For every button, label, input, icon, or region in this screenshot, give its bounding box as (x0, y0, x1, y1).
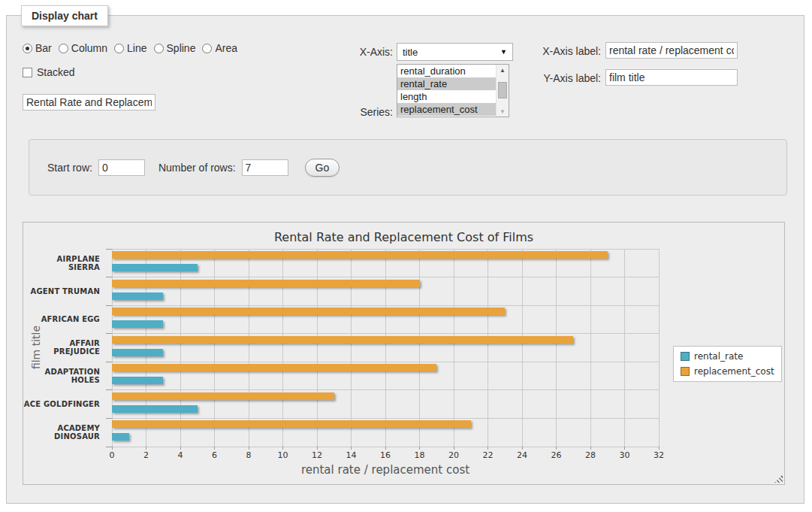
gridline (112, 418, 659, 419)
legend-item-rental_rate[interactable]: rental_rate (681, 351, 774, 362)
series-option-rental_rate[interactable]: rental_rate (397, 77, 496, 90)
bar-replacement_cost[interactable] (112, 420, 471, 428)
legend-label: replacement_cost (694, 366, 774, 377)
x-tick-label: 24 (507, 450, 537, 460)
x-tick-mark (317, 447, 318, 450)
panel-title: Display chart (21, 5, 108, 26)
legend-item-replacement_cost[interactable]: replacement_cost (681, 366, 774, 377)
x-tick-mark (488, 447, 488, 450)
go-button[interactable]: Go (305, 159, 340, 177)
gridline (112, 389, 659, 390)
series-scrollbar[interactable]: ▲ ▼ (496, 65, 509, 117)
series-option-length[interactable]: length (397, 90, 496, 103)
x-tick-label: 14 (337, 450, 367, 460)
chart-legend: rental_ratereplacement_cost (673, 346, 782, 382)
category-label: ACADEMY DINOSAUR (23, 418, 100, 447)
stacked-checkbox[interactable] (23, 68, 32, 77)
y-tick-mark (106, 362, 112, 362)
chart-type-option-bar[interactable]: Bar (23, 42, 52, 54)
chart-type-option-area[interactable]: Area (202, 42, 237, 54)
y-tick-mark (106, 418, 112, 419)
x-axis-select[interactable]: title ▼ (397, 43, 513, 61)
legend-swatch (681, 352, 690, 361)
bar-rental_rate[interactable] (112, 264, 198, 271)
x-tick-mark (146, 447, 146, 450)
gridline (112, 249, 113, 447)
gridline (146, 249, 146, 447)
gridline (317, 249, 318, 447)
gridline (112, 249, 659, 250)
x-tick-mark (180, 447, 181, 450)
bar-replacement_cost[interactable] (112, 251, 608, 259)
x-tick-label: 30 (610, 450, 640, 460)
gridline (454, 249, 454, 447)
chart-type-option-column[interactable]: Column (59, 42, 107, 54)
legend-label: rental_rate (694, 351, 743, 362)
bar-rental_rate[interactable] (112, 433, 129, 441)
x-tick-label: 6 (200, 450, 230, 460)
series-listbox[interactable]: rental_durationrental_ratelengthreplacem… (397, 64, 509, 117)
x-axis-select-label: X-Axis: (321, 46, 393, 58)
bar-rental_rate[interactable] (112, 292, 163, 300)
x-tick-mark (590, 447, 591, 450)
series-options: rental_durationrental_ratelengthreplacem… (397, 65, 496, 117)
bar-rental_rate[interactable] (112, 349, 163, 356)
y-tick-mark (106, 277, 112, 277)
series-option-replacement_cost[interactable]: replacement_cost (397, 103, 496, 116)
gridline (419, 249, 420, 447)
x-tick-mark (454, 447, 454, 450)
category-label: AIRPLANE SIERRA (23, 249, 100, 277)
x-tick-label: 0 (97, 450, 127, 460)
bar-rental_rate[interactable] (112, 405, 198, 413)
x-axis-label-label: X-Axis label: (535, 45, 601, 57)
chart-type-option-line[interactable]: Line (114, 42, 146, 54)
x-tick-label: 20 (439, 450, 469, 460)
y-axis-label-input[interactable] (605, 69, 738, 86)
x-tick-mark (214, 447, 215, 450)
chart-title-input[interactable] (23, 94, 155, 111)
y-tick-mark (106, 333, 112, 334)
bar-rental_rate[interactable] (112, 377, 163, 384)
chart-type-option-spline[interactable]: Spline (154, 42, 196, 54)
chart-type-option-label: Bar (35, 42, 52, 54)
y-tick-mark (106, 447, 112, 447)
x-tick-mark (351, 447, 352, 450)
row-controls: Start row: Number of rows: Go (47, 159, 340, 177)
bar-replacement_cost[interactable] (112, 280, 420, 287)
resize-grip-icon[interactable] (774, 474, 783, 483)
x-tick-label: 12 (302, 450, 332, 460)
chart-type-option-label: Line (127, 42, 146, 54)
bar-rental_rate[interactable] (112, 320, 163, 328)
number-of-rows-input[interactable] (242, 159, 288, 176)
series-list-label: Series: (321, 106, 393, 118)
stacked-option[interactable]: Stacked (23, 66, 75, 78)
x-axis-label-input[interactable] (605, 42, 738, 59)
radio-icon (59, 44, 68, 53)
x-tick-label: 8 (234, 450, 264, 460)
start-row-input[interactable] (98, 159, 145, 176)
x-tick-mark (419, 447, 420, 450)
gridline (624, 249, 625, 447)
plot-area (112, 249, 659, 447)
category-label: ACE GOLDFINGER (23, 390, 100, 419)
y-tick-mark (106, 305, 112, 306)
series-option-rental_duration[interactable]: rental_duration (397, 65, 496, 77)
scroll-up-icon[interactable]: ▲ (497, 65, 509, 75)
chart-type-option-label: Column (71, 42, 107, 54)
chart-title: Rental Rate and Replacement Cost of Film… (23, 230, 784, 244)
stacked-label: Stacked (37, 66, 75, 78)
scrollbar-thumb[interactable] (498, 82, 507, 98)
bar-replacement_cost[interactable] (112, 364, 436, 371)
gridline (659, 249, 660, 447)
bar-replacement_cost[interactable] (112, 336, 573, 344)
bar-replacement_cost[interactable] (112, 308, 505, 315)
gridline (112, 277, 659, 277)
number-of-rows-label: Number of rows: (158, 162, 236, 174)
scroll-down-icon[interactable]: ▼ (497, 106, 509, 117)
bar-replacement_cost[interactable] (112, 392, 334, 400)
gridline (385, 249, 386, 447)
x-tick-label: 28 (575, 450, 605, 460)
gridline (590, 249, 591, 447)
radio-icon (23, 44, 32, 53)
gridline (488, 249, 488, 447)
